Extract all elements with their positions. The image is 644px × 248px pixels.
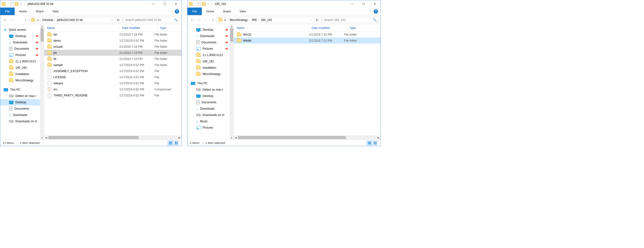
file-row[interactable]: sample 1/17/2019 4:52 PM File folder bbox=[44, 62, 182, 68]
nav-pc-pictures[interactable]: Pictures bbox=[188, 124, 230, 131]
nav-documents[interactable]: Documents📌 bbox=[188, 39, 230, 46]
col-date[interactable]: Date modified bbox=[122, 26, 157, 30]
tab-share[interactable]: Share bbox=[31, 7, 48, 15]
tab-view[interactable]: View bbox=[48, 7, 63, 15]
nav-pc-dlm[interactable]: Downloads on m bbox=[0, 118, 40, 124]
nav-pc-desktop[interactable]: Desktop bbox=[0, 99, 40, 106]
nav-downloads[interactable]: ↓Downloads📌 bbox=[0, 39, 40, 46]
tab-share[interactable]: Share bbox=[218, 7, 235, 15]
file-row[interactable]: lib 2/1/2019 7:19 PM File folder bbox=[44, 56, 182, 62]
refresh-icon[interactable]: ↻ bbox=[314, 18, 321, 22]
nav-defect[interactable]: Defect on mac-r bbox=[0, 93, 40, 99]
nav-folder-1[interactable]: 11.1.0000.0123 bbox=[0, 58, 40, 65]
column-headers[interactable]: Nameˆ Date modified Type bbox=[234, 25, 380, 31]
file-row[interactable]: include 2/1/2019 7:18 PM File folder bbox=[44, 44, 182, 50]
nav-pc-music[interactable]: ♪Music bbox=[188, 118, 230, 124]
scroll-thumb[interactable] bbox=[230, 28, 233, 42]
search-input[interactable] bbox=[125, 18, 174, 22]
this-pc[interactable]: This PC bbox=[188, 80, 230, 87]
file-row[interactable]: src 1/17/2019 4:52 PM Compressed bbox=[44, 86, 182, 92]
nav-documents[interactable]: Documents📌 bbox=[0, 46, 40, 52]
address-bar[interactable]: «› Desktop› jdk8u202-b08 32 bit ⌄ ↻ bbox=[30, 17, 122, 23]
tab-home[interactable]: Home bbox=[202, 7, 218, 15]
refresh-icon[interactable]: ↻ bbox=[115, 18, 122, 22]
forward-button[interactable]: → bbox=[196, 17, 202, 23]
tab-file[interactable]: File bbox=[188, 7, 202, 15]
maximize-button[interactable]: ☐ bbox=[358, 0, 369, 7]
tab-file[interactable]: File bbox=[0, 7, 15, 15]
file-row[interactable]: LICENSE 1/17/2019 4:52 PM File bbox=[44, 74, 182, 80]
nav-folder-3[interactable]: installation bbox=[188, 65, 230, 71]
help-icon[interactable]: ? bbox=[175, 9, 179, 14]
quick-access[interactable]: ★Quick access bbox=[0, 26, 40, 33]
breadcrumb-2[interactable]: JRE› bbox=[250, 18, 260, 22]
recent-dropdown[interactable]: ⌄ bbox=[16, 17, 22, 23]
nav-folder-2[interactable]: 180_192 bbox=[188, 58, 230, 65]
file-row[interactable]: Win64 2/1/2019 7:31 PM File folder bbox=[234, 37, 380, 44]
titlebar[interactable]: ▾ jdk8u202-b08 32 bit — ☐ ✕ bbox=[0, 0, 182, 7]
ribbon-expand-icon[interactable]: ⌄ bbox=[370, 10, 372, 13]
properties-icon[interactable] bbox=[198, 2, 200, 6]
col-type[interactable]: Type bbox=[160, 26, 182, 30]
nav-pc-documents[interactable]: Documents bbox=[0, 106, 40, 112]
file-row[interactable]: jre 2/1/2019 7:19 PM File folder bbox=[44, 50, 182, 56]
tab-home[interactable]: Home bbox=[15, 7, 31, 15]
maximize-button[interactable]: ☐ bbox=[159, 0, 170, 7]
nav-desktop[interactable]: Desktop📌 bbox=[0, 33, 40, 39]
scroll-down-icon[interactable]: ▼ bbox=[230, 136, 234, 139]
file-list[interactable]: Win32 2/1/2019 7:32 PM File folder Win64… bbox=[234, 31, 380, 135]
search-icon[interactable]: 🔍 bbox=[174, 18, 178, 22]
file-row[interactable]: ASSEMBLY_EXCEPTION 1/17/2019 4:52 PM Fil… bbox=[44, 68, 182, 74]
breadcrumb-overflow[interactable]: «› bbox=[223, 18, 229, 22]
scroll-right-icon[interactable]: ▶ bbox=[178, 136, 182, 139]
breadcrumb-current[interactable]: 180_192 bbox=[260, 18, 273, 22]
scroll-thumb[interactable] bbox=[40, 28, 44, 42]
close-button[interactable]: ✕ bbox=[170, 0, 182, 7]
col-name[interactable]: Nameˆ bbox=[237, 26, 309, 30]
column-headers[interactable]: Nameˆ Date modified Type bbox=[44, 25, 182, 31]
h-scrollbar[interactable]: ◀ ▶ bbox=[44, 135, 182, 139]
address-bar[interactable]: «› MicroStrategy› JRE› 180_192 ⌄ ↻ bbox=[217, 17, 322, 23]
file-row[interactable]: Win32 2/1/2019 7:32 PM File folder bbox=[234, 31, 380, 37]
titlebar[interactable]: ▾ 180_192 — ☐ ✕ bbox=[188, 0, 380, 7]
breadcrumb-desktop[interactable]: Desktop› bbox=[42, 18, 56, 22]
address-dropdown-icon[interactable]: ⌄ bbox=[308, 19, 313, 21]
nav-pc-dlm[interactable]: Downloads on m bbox=[188, 112, 230, 118]
scroll-right-icon[interactable]: ▶ bbox=[376, 136, 380, 139]
breadcrumb-current[interactable]: jdk8u202-b08 32 bit bbox=[56, 18, 84, 22]
new-folder-icon[interactable] bbox=[202, 2, 206, 5]
nav-pc-documents[interactable]: Documents bbox=[188, 99, 230, 106]
this-pc[interactable]: This PC bbox=[0, 87, 40, 93]
help-icon[interactable]: ? bbox=[374, 9, 378, 14]
view-details-button[interactable] bbox=[366, 140, 372, 145]
nav-downloads[interactable]: ↓Downloads📌 bbox=[188, 33, 230, 39]
back-button[interactable]: ← bbox=[189, 17, 195, 23]
tab-view[interactable]: View bbox=[235, 7, 250, 15]
h-scrollbar[interactable]: ◀ ▶ bbox=[234, 135, 380, 139]
nav-defect[interactable]: Defect on mac-r bbox=[188, 87, 230, 93]
minimize-button[interactable]: — bbox=[347, 0, 358, 7]
properties-icon[interactable] bbox=[10, 2, 14, 6]
file-row[interactable]: demo 1/17/2019 4:52 PM File folder bbox=[44, 37, 182, 44]
file-row[interactable]: THIRD_PARTY_README 1/17/2019 4:52 PM Fil… bbox=[44, 92, 182, 98]
nav-folder-3[interactable]: installation bbox=[0, 71, 40, 77]
back-button[interactable]: ← bbox=[2, 17, 8, 23]
col-date[interactable]: Date modified bbox=[312, 26, 347, 30]
search-input[interactable] bbox=[324, 18, 373, 22]
view-icons-button[interactable] bbox=[372, 140, 378, 145]
minimize-button[interactable]: — bbox=[148, 0, 159, 7]
address-dropdown-icon[interactable]: ⌄ bbox=[110, 19, 114, 21]
search-box[interactable]: 🔍 bbox=[322, 17, 378, 23]
search-box[interactable]: 🔍 bbox=[124, 17, 180, 23]
nav-pictures[interactable]: Pictures📌 bbox=[0, 52, 40, 58]
new-folder-icon[interactable] bbox=[15, 2, 18, 5]
nav-folder-2[interactable]: 180_192 bbox=[0, 65, 40, 71]
nav-folder-1[interactable]: 11.1.0000.0123 bbox=[188, 52, 230, 58]
col-type[interactable]: Type bbox=[350, 26, 380, 30]
search-icon[interactable]: 🔍 bbox=[373, 18, 377, 22]
file-list[interactable]: bin 2/1/2019 7:18 PM File folder demo 1/… bbox=[44, 31, 182, 135]
breadcrumb-1[interactable]: MicroStrategy› bbox=[229, 18, 250, 22]
view-details-button[interactable] bbox=[168, 140, 174, 145]
nav-pc-downloads[interactable]: ↓Downloads bbox=[0, 112, 40, 118]
scroll-left-icon[interactable]: ◀ bbox=[234, 136, 238, 139]
